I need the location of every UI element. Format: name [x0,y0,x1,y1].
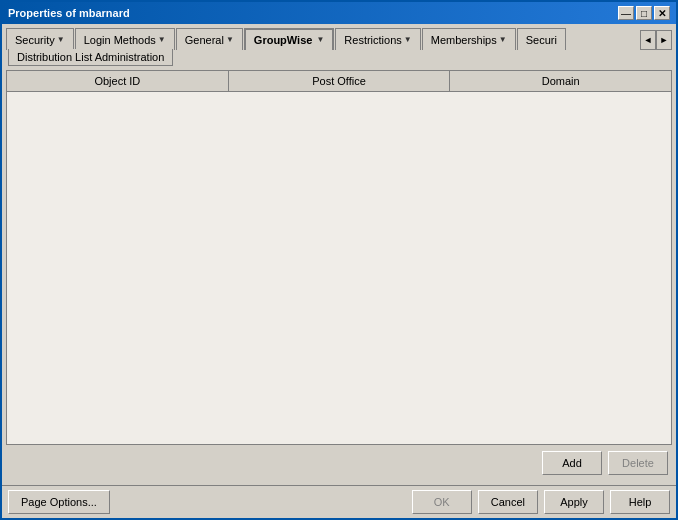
ok-button[interactable]: OK [412,490,472,514]
tab-login-methods-label: Login Methods [84,34,156,46]
add-button[interactable]: Add [542,451,602,475]
minimize-button[interactable]: — [618,6,634,20]
page-options-button[interactable]: Page Options... [8,490,110,514]
table-header: Object ID Post Office Domain [7,71,671,92]
tab-login-methods-arrow: ▼ [158,35,166,44]
column-domain: Domain [450,71,671,91]
tab-groupwise[interactable]: GroupWise ▼ [244,28,335,50]
tab-restrictions[interactable]: Restrictions ▼ [335,28,420,50]
help-button[interactable]: Help [610,490,670,514]
title-bar: Properties of mbarnard — □ ✕ [2,2,676,24]
tab-memberships-arrow: ▼ [499,35,507,44]
tab-next-button[interactable]: ► [656,30,672,50]
tab-memberships-label: Memberships [431,34,497,46]
column-object-id: Object ID [7,71,229,91]
tab-general-label: General [185,34,224,46]
table-body [7,92,671,444]
bottom-btn-group: OK Cancel Apply Help [412,490,670,514]
content-area: Object ID Post Office Domain Add Delete [2,66,676,485]
properties-window: Properties of mbarnard — □ ✕ Security ▼ … [0,0,678,520]
tab-nav-area: ◄ ► [640,30,672,50]
sub-tab-distribution-list-label: Distribution List Administration [17,51,164,63]
window-title: Properties of mbarnard [8,7,130,19]
column-post-office: Post Office [229,71,451,91]
action-row: Add Delete [6,445,672,481]
bottom-bar: Page Options... OK Cancel Apply Help [2,485,676,518]
tab-groupwise-arrow: ▼ [316,35,324,44]
title-bar-buttons: — □ ✕ [618,6,670,20]
tab-prev-button[interactable]: ◄ [640,30,656,50]
tab-login-methods[interactable]: Login Methods ▼ [75,28,175,50]
cancel-button[interactable]: Cancel [478,490,538,514]
maximize-button[interactable]: □ [636,6,652,20]
tab-memberships[interactable]: Memberships ▼ [422,28,516,50]
sub-tabs-row: Distribution List Administration [6,50,672,66]
sub-tab-distribution-list[interactable]: Distribution List Administration [8,49,173,66]
tab-security2-label: Securi [526,34,557,46]
tab-general[interactable]: General ▼ [176,28,243,50]
data-table: Object ID Post Office Domain [6,70,672,445]
tab-restrictions-label: Restrictions [344,34,401,46]
tab-security2[interactable]: Securi [517,28,566,50]
delete-button[interactable]: Delete [608,451,668,475]
close-button[interactable]: ✕ [654,6,670,20]
tab-security-label: Security [15,34,55,46]
tabs-area: Security ▼ Login Methods ▼ General ▼ Gro… [2,24,676,66]
apply-button[interactable]: Apply [544,490,604,514]
tab-security[interactable]: Security ▼ [6,28,74,50]
tab-security-arrow: ▼ [57,35,65,44]
tab-general-arrow: ▼ [226,35,234,44]
tabs-row: Security ▼ Login Methods ▼ General ▼ Gro… [6,28,672,50]
tab-groupwise-label: GroupWise [254,34,313,46]
tab-restrictions-arrow: ▼ [404,35,412,44]
